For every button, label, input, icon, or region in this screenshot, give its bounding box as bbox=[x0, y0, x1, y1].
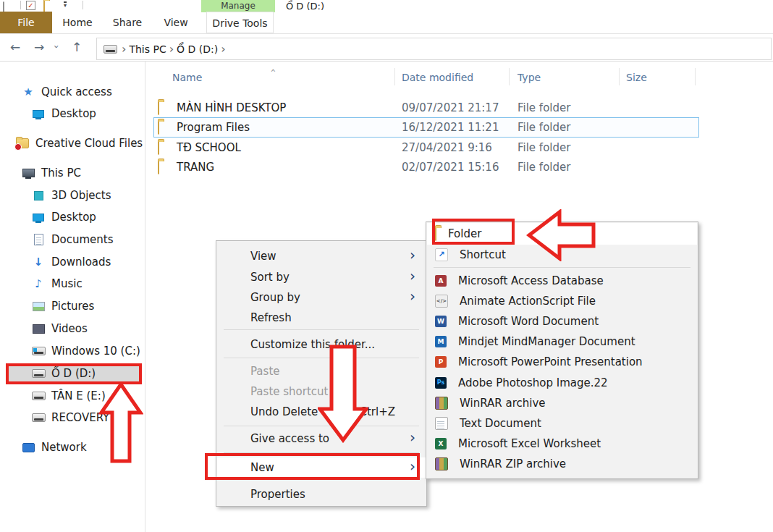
context-menu-item-group-by[interactable]: Group by bbox=[217, 287, 426, 308]
menu-item-label: Mindjet MindManager Document bbox=[458, 335, 635, 348]
divider bbox=[83, 1, 83, 9]
sidebar-item-label: Music bbox=[51, 277, 83, 290]
menu-item-label: WinRAR ZIP archive bbox=[460, 457, 566, 470]
divider bbox=[0, 61, 773, 62]
menu-item-label: Microsoft PowerPoint Presentation bbox=[458, 355, 643, 368]
context-menu-item-sort-by[interactable]: Sort by bbox=[217, 267, 426, 287]
sidebar-item-creative-cloud-files[interactable]: Creative Cloud Files bbox=[0, 134, 144, 153]
table-row[interactable]: Program Files 16/12/2021 11:21 File fold… bbox=[145, 118, 739, 137]
window-title: Ổ D (D:) bbox=[286, 1, 324, 12]
sort-ascending-caret-icon bbox=[267, 69, 278, 72]
music-note-icon: ♪ bbox=[32, 278, 45, 290]
context-menu-item-view[interactable]: View bbox=[217, 246, 426, 266]
os-drive-icon bbox=[32, 345, 45, 357]
submenu-item-powerpoint-presentation[interactable]: Microsoft PowerPoint Presentation bbox=[427, 352, 697, 372]
table-row[interactable]: TRANG 02/07/2021 15:16 File folder bbox=[145, 158, 739, 177]
menu-item-label: Sort by bbox=[250, 271, 290, 284]
downloads-arrow-icon: ↓ bbox=[32, 256, 45, 268]
drive-icon bbox=[104, 45, 117, 54]
photoshop-icon bbox=[435, 377, 447, 389]
column-header-date-modified[interactable]: Date modified bbox=[402, 72, 473, 83]
sidebar-item-3d-objects[interactable]: 3D Objects bbox=[0, 186, 144, 205]
column-header-type[interactable]: Type bbox=[518, 72, 541, 83]
submenu-item-mindmanager-document[interactable]: Mindjet MindManager Document bbox=[427, 332, 697, 352]
breadcrumb-this-pc[interactable]: This PC bbox=[126, 43, 169, 55]
menu-item-label: Group by bbox=[250, 291, 300, 304]
file-date: 16/12/2021 11:21 bbox=[402, 121, 499, 134]
sidebar-item-downloads[interactable]: ↓ Downloads bbox=[0, 253, 144, 271]
table-row[interactable]: MÀN HÌNH DESKTOP 09/07/2021 21:17 File f… bbox=[145, 98, 739, 117]
context-menu-item-refresh[interactable]: Refresh bbox=[217, 308, 426, 328]
sidebar-item-this-pc[interactable]: This PC bbox=[0, 164, 144, 182]
tab-share[interactable]: Share bbox=[106, 12, 149, 33]
back-button[interactable]: ← bbox=[10, 40, 20, 54]
sidebar-item-label: Desktop bbox=[51, 211, 96, 224]
file-type: File folder bbox=[518, 141, 570, 154]
drive-icon bbox=[32, 412, 45, 423]
folder-icon bbox=[158, 161, 159, 174]
qat-properties-check-icon[interactable]: ✓ bbox=[26, 1, 35, 10]
table-row[interactable]: TĐ SCHOOL 27/04/2021 9:16 File folder bbox=[145, 138, 739, 157]
submenu-item-text-document[interactable]: Text Document bbox=[427, 413, 697, 434]
sidebar-item-quick-access[interactable]: ★ Quick access bbox=[0, 83, 144, 101]
column-header-size[interactable]: Size bbox=[626, 72, 647, 83]
sidebar-item-music[interactable]: ♪ Music bbox=[0, 274, 144, 293]
videos-film-icon bbox=[32, 323, 45, 334]
divider bbox=[695, 68, 696, 85]
tab-drive-tools[interactable]: Drive Tools bbox=[206, 12, 274, 33]
sidebar-item-desktop[interactable]: Desktop bbox=[0, 208, 144, 227]
forward-button[interactable]: → bbox=[34, 40, 44, 54]
sidebar-item-desktop-pinned[interactable]: Desktop bbox=[0, 104, 144, 123]
breadcrumb-drive-d[interactable]: Ổ D (D:) bbox=[174, 43, 221, 55]
tab-view[interactable]: View bbox=[155, 12, 197, 33]
file-name: TRANG bbox=[177, 161, 214, 174]
column-header-name[interactable]: Name bbox=[172, 72, 202, 83]
menu-item-label: Paste shortcut bbox=[250, 385, 328, 398]
submenu-item-access-database[interactable]: Microsoft Access Database bbox=[427, 271, 697, 291]
sidebar-item-pictures[interactable]: Pictures bbox=[0, 297, 144, 316]
sidebar-item-documents[interactable]: Documents bbox=[0, 230, 144, 249]
up-button[interactable]: ↑ bbox=[72, 40, 82, 54]
submenu-item-excel-worksheet[interactable]: X Microsoft Excel Worksheet bbox=[427, 434, 697, 454]
sidebar-item-label: This PC bbox=[41, 166, 81, 180]
file-date: 09/07/2021 21:17 bbox=[402, 101, 499, 114]
quick-access-star-icon: ★ bbox=[22, 86, 35, 98]
sidebar-item-label: Videos bbox=[51, 322, 88, 335]
folder-icon bbox=[158, 141, 159, 154]
divider bbox=[0, 33, 773, 34]
divider bbox=[394, 68, 395, 85]
menu-item-label: Refresh bbox=[250, 311, 292, 324]
address-bar[interactable]: This PC Ổ D (D:) bbox=[96, 38, 772, 60]
tab-file[interactable]: File bbox=[0, 12, 52, 33]
menu-item-label: Text Document bbox=[460, 417, 541, 430]
creative-cloud-folder-icon bbox=[16, 138, 29, 149]
submenu-item-winrar-archive[interactable]: WinRAR archive bbox=[427, 393, 697, 413]
sidebar-item-label: Windows 10 (C:) bbox=[51, 345, 140, 358]
recent-locations-dropdown-icon[interactable] bbox=[51, 45, 62, 48]
submenu-item-actionscript-file[interactable]: Animate ActionScript File bbox=[427, 291, 697, 311]
sidebar-item-label: Downloads bbox=[51, 256, 111, 269]
qat-customize-dropdown-icon[interactable]: ▾ bbox=[64, 1, 67, 8]
file-name: Program Files bbox=[177, 121, 250, 134]
sidebar-item-label: Creative Cloud Files bbox=[35, 137, 143, 150]
submenu-chevron-icon bbox=[410, 246, 415, 263]
sidebar-item-label: 3D Objects bbox=[51, 189, 111, 202]
mindmanager-icon bbox=[435, 336, 447, 347]
sidebar-item-windows-10-c[interactable]: Windows 10 (C:) bbox=[0, 342, 144, 360]
file-date: 02/07/2021 15:16 bbox=[402, 161, 499, 174]
annotation-arrow-down bbox=[318, 345, 368, 443]
winrar-zip-icon bbox=[435, 457, 448, 470]
annotation-box-new bbox=[205, 453, 420, 480]
submenu-item-word-document[interactable]: Microsoft Word Document bbox=[427, 311, 697, 332]
file-type: File folder bbox=[518, 101, 570, 114]
submenu-item-photoshop-image[interactable]: Adobe Photoshop Image.22 bbox=[427, 373, 697, 393]
context-menu-item-properties[interactable]: Properties bbox=[217, 484, 426, 504]
submenu-chevron-icon bbox=[410, 267, 415, 284]
sidebar-item-videos[interactable]: Videos bbox=[0, 319, 144, 338]
submenu-chevron-icon bbox=[410, 287, 415, 305]
3d-objects-cube-icon bbox=[32, 190, 45, 201]
menu-item-label: Microsoft Access Database bbox=[458, 274, 604, 287]
tab-home[interactable]: Home bbox=[56, 12, 99, 33]
submenu-item-winrar-zip-archive[interactable]: WinRAR ZIP archive bbox=[427, 454, 697, 474]
computer-icon bbox=[22, 167, 35, 179]
